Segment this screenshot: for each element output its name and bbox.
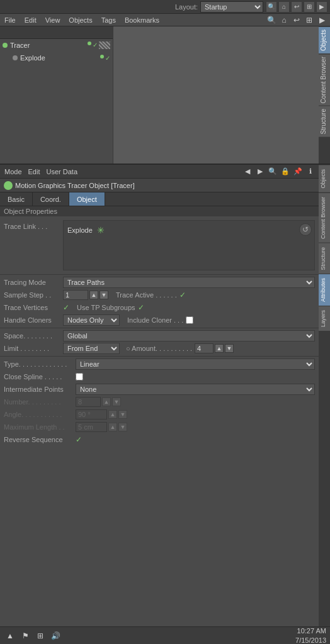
angle-label: Angle. . . . . . . . . . . [4, 411, 73, 418]
explode-symbol: ✳ [97, 225, 105, 235]
space-select[interactable]: Global [63, 330, 315, 341]
amount-up[interactable]: ▲ [215, 344, 224, 353]
attr-tab-content[interactable]: Content Browser [319, 192, 330, 243]
handle-cloners-select[interactable]: Nodes Only [63, 314, 120, 326]
tracing-mode-select[interactable]: Trace Paths [63, 277, 315, 288]
limit-select[interactable]: From End [63, 343, 120, 354]
scene-tree-header [0, 26, 113, 39]
intermediate-row: Intermediate Points None [0, 383, 319, 396]
taskbar-arrow-icon[interactable]: ▲ [4, 630, 16, 642]
type-label: Type. . . . . . . . . . . . . [4, 360, 73, 368]
include-cloner-check[interactable] [186, 316, 193, 324]
layout-select[interactable]: Startup [200, 1, 263, 13]
mode-search-icon[interactable]: 🔍 [267, 166, 278, 177]
menu-undo-icon[interactable]: ↩ [291, 14, 302, 26]
tab-objects[interactable]: Objects [319, 26, 330, 53]
max-length-row: Maximum Length . . ▲ ▼ [0, 421, 319, 433]
attr-tab-attributes[interactable]: Attributes [319, 274, 330, 306]
trace-active-check: ✓ [179, 291, 186, 299]
taskbar-sound-icon[interactable]: 🔊 [49, 630, 62, 642]
mode-next-icon[interactable]: ▶ [254, 166, 266, 177]
viewport-3d[interactable] [113, 26, 319, 164]
undo-icon[interactable]: ↩ [291, 1, 302, 13]
mode-pin-icon[interactable]: 📌 [292, 166, 304, 177]
menu-bar: File Edit View Objects Tags Bookmarks 🔍 … [0, 14, 330, 26]
trace-delete-button[interactable]: ↺ [299, 223, 312, 236]
amount-input[interactable] [195, 343, 213, 353]
menu-bookmarks[interactable]: Bookmarks [123, 16, 161, 24]
top-bar: Layout: Startup 🔍 ⌂ ↩ ⊞ ▶ [0, 0, 330, 14]
play-icon[interactable]: ▶ [316, 1, 327, 13]
attr-tab-objects[interactable]: Objects [319, 165, 330, 192]
mode-prev-icon[interactable]: ◀ [242, 166, 253, 177]
number-down: ▼ [112, 397, 121, 406]
layout-label: Layout: [175, 3, 198, 11]
sample-step-stepper: ▲ ▼ [63, 290, 108, 300]
mode-edit[interactable]: Edit [26, 168, 42, 175]
include-cloner-group: Include Cloner . . . [122, 316, 315, 324]
mode-userdata[interactable]: User Data [45, 168, 80, 175]
close-spline-label: Close Spline . . . . . [4, 373, 73, 380]
amount-down[interactable]: ▼ [225, 344, 234, 353]
number-stepper: ▲ ▼ [76, 397, 121, 407]
tracer-label: Tracer [10, 42, 85, 49]
mode-mode[interactable]: Mode [3, 168, 24, 175]
menu-objects[interactable]: Objects [67, 16, 94, 24]
scene-item-tracer[interactable]: Tracer ✓ [0, 39, 113, 52]
attributes-panel: Mode Edit User Data ◀ ▶ 🔍 🔒 📌 ℹ Motion G… [0, 165, 330, 644]
tracing-mode-label: Tracing Mode [4, 279, 60, 286]
taskbar-flag-icon[interactable]: ⚑ [19, 630, 31, 642]
divider-3 [0, 356, 319, 357]
sample-step-down[interactable]: ▼ [100, 291, 108, 299]
grid-icon[interactable]: ⊞ [304, 1, 315, 13]
number-label: Number. . . . . . . . . [4, 398, 73, 406]
space-row: Space. . . . . . . . Global [0, 330, 319, 342]
taskbar-grid-icon[interactable]: ⊞ [34, 630, 47, 642]
menu-view[interactable]: View [43, 16, 62, 24]
sample-step-up[interactable]: ▲ [89, 291, 98, 299]
menu-play-icon[interactable]: ▶ [316, 14, 327, 26]
attr-right-tabs: Objects Content Browser Structure Attrib… [319, 165, 330, 644]
main-layout: Layout: Startup 🔍 ⌂ ↩ ⊞ ▶ File Edit View… [0, 0, 330, 644]
intermediate-select[interactable]: None [76, 384, 315, 395]
trace-active-label: Trace Active . . . . . . [116, 291, 177, 299]
limit-row: Limit . . . . . . . . From End ○ Amount.… [0, 342, 319, 355]
divider-2 [0, 328, 319, 328]
menu-grid-icon[interactable]: ⊞ [304, 14, 315, 26]
close-spline-check[interactable] [76, 373, 83, 380]
explode-vis-dot [100, 55, 104, 58]
trace-active-group: Trace Active . . . . . . ✓ [111, 291, 315, 299]
menu-file[interactable]: File [3, 16, 18, 24]
scene-item-explode[interactable]: Explode ✓ [0, 52, 113, 64]
angle-up: ▲ [108, 410, 117, 419]
tab-basic[interactable]: Basic [0, 192, 33, 206]
tab-structure[interactable]: Structure [319, 106, 330, 137]
mode-lock-icon[interactable]: 🔒 [280, 166, 291, 177]
menu-home-icon[interactable]: ⌂ [278, 14, 290, 26]
trace-link-label: Trace Link . . . [4, 220, 60, 230]
divider-1 [0, 274, 319, 275]
type-select[interactable]: Linear [76, 358, 315, 370]
tracer-pattern [99, 42, 110, 49]
search-icon[interactable]: 🔍 [266, 1, 277, 13]
menu-tags[interactable]: Tags [100, 16, 118, 24]
tab-object[interactable]: Object [69, 192, 105, 206]
home-icon[interactable]: ⌂ [278, 1, 290, 13]
tab-coord[interactable]: Coord. [33, 192, 69, 206]
tabs-row: Basic Coord. Object [0, 192, 319, 206]
explode-check-icon: ✓ [105, 55, 110, 62]
sample-step-label: Sample Step . . [4, 291, 60, 299]
attr-tab-structure[interactable]: Structure [319, 243, 330, 274]
amount-stepper: ▲ ▼ [195, 343, 234, 353]
taskbar-datetime: 10:27 AM 7/15/2013 [295, 626, 326, 644]
trace-link-area: Explode ✳ ↺ [63, 220, 315, 270]
reverse-seq-label: Reverse Sequence [4, 436, 73, 443]
mode-info-icon[interactable]: ℹ [305, 166, 316, 177]
menu-right-icons: 🔍 ⌂ ↩ ⊞ ▶ [266, 14, 327, 26]
max-length-input [76, 422, 107, 432]
attr-tab-layers[interactable]: Layers [319, 306, 330, 331]
menu-search-icon[interactable]: 🔍 [266, 14, 277, 26]
sample-step-input[interactable] [63, 290, 88, 300]
tab-content-browser[interactable]: Content Browser [319, 53, 330, 106]
menu-edit[interactable]: Edit [23, 16, 38, 24]
